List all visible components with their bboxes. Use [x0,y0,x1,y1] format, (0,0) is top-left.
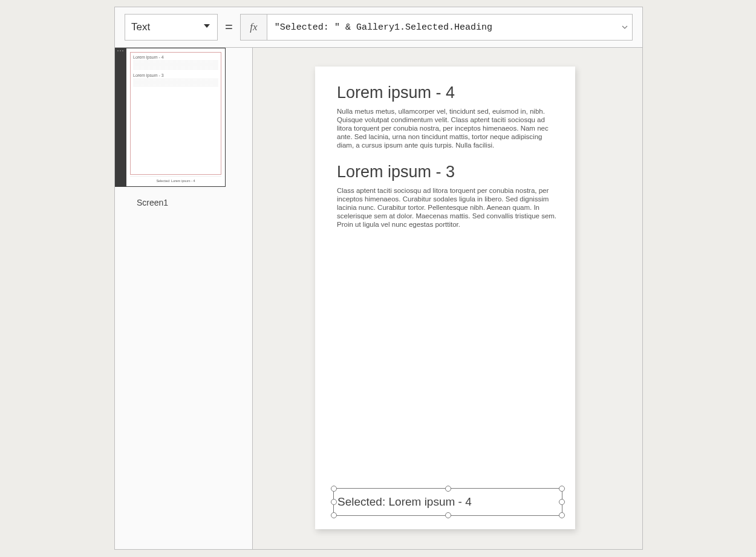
app-window: Text = fx Lorem ipsum - 4 [114,7,643,550]
thumb-gallery-outline: Lorem ipsum - 4 Lorem ipsum - 3 [130,52,221,175]
property-dropdown-label: Text [131,21,150,33]
resize-handle-bc[interactable] [445,512,451,518]
gallery-item-body: Nulla metus metus, ullamcorper vel, tinc… [337,107,557,149]
resize-handle-bl[interactable] [331,512,337,518]
resize-handle-tr[interactable] [559,486,565,492]
screen-canvas[interactable]: Lorem ipsum - 4 Nulla metus metus, ullam… [315,67,575,529]
screen-name-label[interactable]: Screen1 [115,187,252,207]
formula-expand-button[interactable] [618,15,632,40]
formula-field: fx [240,14,633,41]
property-dropdown[interactable]: Text [125,14,218,41]
formula-bar: Text = fx [115,7,642,48]
chevron-down-icon [203,21,211,33]
thumb-body-2 [133,79,218,87]
screens-panel: Lorem ipsum - 4 Lorem ipsum - 3 Selected… [115,48,253,549]
resize-handle-tc[interactable] [445,486,451,492]
screen-thumbnail-row: Lorem ipsum - 4 Lorem ipsum - 3 Selected… [115,48,252,187]
selected-label-control[interactable]: Selected: Lorem ipsum - 4 [333,488,562,516]
equals-icon: = [225,19,233,35]
thumb-heading-2: Lorem ipsum - 3 [133,73,218,77]
screen-thumbnail[interactable]: Lorem ipsum - 4 Lorem ipsum - 3 Selected… [126,48,226,187]
formula-input[interactable] [267,15,618,40]
gallery-item[interactable]: Lorem ipsum - 4 Nulla metus metus, ullam… [337,83,557,149]
gallery-item-heading: Lorem ipsum - 3 [337,163,557,181]
selected-label-text: Selected: Lorem ipsum - 4 [337,495,472,509]
canvas-area[interactable]: Lorem ipsum - 4 Nulla metus metus, ullam… [253,48,642,549]
resize-handle-br[interactable] [559,512,565,518]
gallery-item[interactable]: Lorem ipsum - 3 Class aptent taciti soci… [337,163,557,229]
resize-handle-ml[interactable] [331,499,337,505]
resize-handle-mr[interactable] [559,499,565,505]
fx-icon: fx [241,15,267,40]
gallery-item-heading: Lorem ipsum - 4 [337,83,557,102]
workspace: Lorem ipsum - 4 Lorem ipsum - 3 Selected… [115,48,642,549]
thumb-selected-label: Selected: Lorem ipsum - 4 [130,176,221,183]
thumb-body-1 [133,60,218,70]
resize-handle-tl[interactable] [331,486,337,492]
thumb-heading-1: Lorem ipsum - 4 [133,55,218,59]
gallery-control[interactable]: Lorem ipsum - 4 Nulla metus metus, ullam… [315,67,575,229]
thumb-drag-handle[interactable] [115,48,126,187]
gallery-item-body: Class aptent taciti sociosqu ad litora t… [337,186,557,229]
